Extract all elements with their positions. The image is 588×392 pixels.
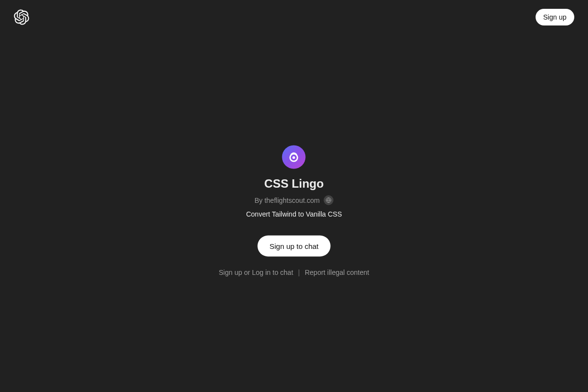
openai-logo-icon[interactable] bbox=[14, 9, 29, 25]
header: Sign up bbox=[0, 0, 588, 34]
gpt-author: By theflightscout.com bbox=[254, 196, 319, 204]
globe-icon bbox=[324, 196, 334, 205]
gpt-byline: By theflightscout.com bbox=[254, 196, 333, 205]
main-content: CSS Lingo By theflightscout.com Convert … bbox=[219, 146, 369, 276]
gpt-title: CSS Lingo bbox=[264, 177, 323, 191]
footer-links: Sign up or Log in to chat | Report illeg… bbox=[219, 269, 369, 276]
gpt-avatar-icon bbox=[282, 146, 306, 169]
divider: | bbox=[298, 269, 300, 276]
report-link[interactable]: Report illegal content bbox=[305, 269, 369, 276]
signup-to-chat-button[interactable]: Sign up to chat bbox=[258, 236, 330, 257]
signup-button[interactable]: Sign up bbox=[536, 9, 574, 25]
gpt-description: Convert Tailwind to Vanilla CSS bbox=[246, 210, 342, 218]
login-link[interactable]: Sign up or Log in to chat bbox=[219, 269, 294, 276]
svg-point-1 bbox=[293, 156, 295, 159]
